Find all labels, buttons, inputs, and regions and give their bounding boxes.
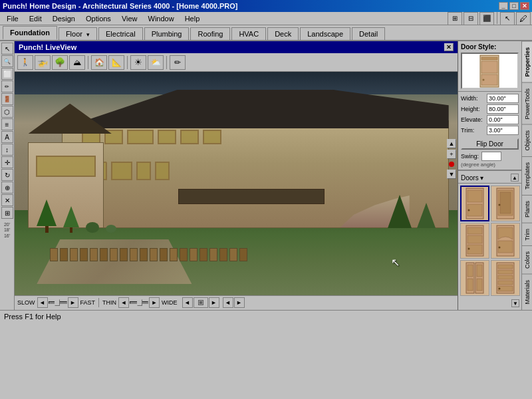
- nav-btn-center[interactable]: [194, 297, 208, 308]
- left-wing-window: [36, 156, 96, 177]
- speed-right-btn[interactable]: ►: [68, 297, 78, 308]
- svg-rect-28: [498, 265, 513, 269]
- minimize-button[interactable]: _: [499, 2, 508, 10]
- door-item-3[interactable]: [460, 223, 489, 259]
- measure-tool[interactable]: ↕: [1, 144, 13, 156]
- pointer-btn[interactable]: ↖: [500, 12, 515, 25]
- door-tool[interactable]: 🚪: [1, 93, 13, 105]
- vtab-powertools[interactable]: PowerTools: [522, 82, 532, 125]
- door-item-2[interactable]: [491, 186, 520, 221]
- vtab-materials[interactable]: Materials: [522, 274, 532, 310]
- nav-down[interactable]: ▼: [447, 170, 456, 179]
- rotate-tool[interactable]: ↻: [1, 169, 13, 181]
- window-tool[interactable]: ⬡: [1, 106, 13, 118]
- close-button[interactable]: ✕: [520, 2, 529, 10]
- view-prev-btn[interactable]: ◄: [223, 297, 233, 308]
- tab-foundation[interactable]: Foundation: [3, 26, 57, 40]
- width-right-btn[interactable]: ►: [149, 297, 160, 308]
- width-left-btn[interactable]: ◄: [118, 297, 129, 308]
- tab-electrical[interactable]: Electrical: [98, 27, 143, 40]
- tab-floor[interactable]: Floor ▾: [59, 27, 97, 40]
- vtab-templates[interactable]: Templates: [522, 156, 532, 195]
- speed-slider-track[interactable]: [49, 301, 67, 304]
- trim-input[interactable]: [487, 126, 519, 135]
- grid-tool[interactable]: ⊞: [1, 207, 13, 219]
- planter: [80, 248, 88, 261]
- vtab-properties[interactable]: Properties: [522, 41, 532, 82]
- tab-landscape[interactable]: Landscape: [300, 27, 350, 40]
- swing-row: Swing:: [461, 152, 519, 161]
- nav-plus[interactable]: +: [447, 150, 456, 159]
- doors-scroll-down[interactable]: ▼: [511, 299, 519, 307]
- liveview-close-btn[interactable]: ✕: [444, 43, 454, 51]
- width-input[interactable]: [487, 94, 519, 103]
- 3d-btn[interactable]: ⬛: [479, 12, 494, 25]
- view-next-btn[interactable]: ►: [234, 297, 245, 308]
- elevate-input[interactable]: [487, 115, 519, 124]
- speed-left-btn[interactable]: ◄: [37, 297, 48, 308]
- planter: [150, 248, 158, 261]
- tab-detail[interactable]: Detail: [352, 27, 385, 40]
- lv-pencil-btn[interactable]: ✏: [170, 55, 186, 70]
- nav-btn-right[interactable]: ►: [209, 297, 219, 308]
- delete-tool[interactable]: ✕: [1, 194, 13, 206]
- lv-drafting-btn[interactable]: 📐: [108, 55, 124, 70]
- main-content: ↖ 🔍 ⬜ ✏ 🚪 ⬡ ≡ A ↕ ✛ ↻ ⊕ ✕ ⊞ 20'18'16' Pu…: [0, 41, 532, 310]
- door-item-5[interactable]: [460, 260, 489, 296]
- wall-tool[interactable]: ⬜: [1, 68, 13, 80]
- vtab-trim[interactable]: Trim: [522, 223, 532, 246]
- speed-slider-thumb[interactable]: [55, 299, 60, 306]
- zoom-tool[interactable]: 🔍: [1, 55, 13, 67]
- lv-fly-btn[interactable]: 🚁: [35, 55, 51, 70]
- doors-scroll-up[interactable]: ▲: [511, 174, 519, 182]
- lv-tree-btn[interactable]: 🌳: [52, 55, 68, 70]
- paint-btn[interactable]: 🖊: [516, 12, 531, 25]
- text-tool[interactable]: A: [1, 131, 13, 143]
- flip-door-btn[interactable]: Flip Door: [461, 138, 519, 150]
- layout-btn[interactable]: ⊟: [464, 12, 478, 25]
- liveview-header: Punch! LiveView ✕: [15, 41, 458, 53]
- menu-edit[interactable]: Edit: [24, 13, 47, 24]
- liveview-bottom: SLOW ◄ ► FAST THIN ◄ ► WIDE: [15, 295, 458, 310]
- doors-header[interactable]: Doors ▾ ▲: [458, 172, 521, 184]
- menu-help[interactable]: Help: [180, 13, 205, 24]
- doors-section: Doors ▾ ▲: [458, 170, 521, 309]
- draw-tool[interactable]: ✏: [1, 80, 13, 92]
- tab-deck[interactable]: Deck: [267, 27, 299, 40]
- lv-walk-btn[interactable]: 🚶: [17, 55, 33, 70]
- planter: [170, 248, 178, 261]
- door-item-6[interactable]: [491, 260, 520, 296]
- stair-tool[interactable]: ≡: [1, 118, 13, 130]
- lv-house-btn[interactable]: 🏠: [91, 55, 107, 70]
- door-item-1[interactable]: [460, 186, 489, 221]
- vtab-colors[interactable]: Colors: [522, 245, 532, 274]
- tab-hvac[interactable]: HVAC: [231, 27, 266, 40]
- lv-clouds-btn[interactable]: ⛅: [148, 55, 164, 70]
- lv-sun-btn[interactable]: ☀: [130, 55, 146, 70]
- menu-window[interactable]: Window: [143, 13, 180, 24]
- select-tool[interactable]: ↖: [1, 43, 13, 55]
- menu-options[interactable]: Options: [80, 13, 116, 24]
- tab-plumbing[interactable]: Plumbing: [144, 27, 190, 40]
- 3d-view-canvas[interactable]: ↖ ▲ + ▼: [15, 72, 458, 295]
- menu-file[interactable]: File: [1, 13, 24, 24]
- thin-label: THIN: [102, 299, 116, 306]
- grid-view-btn[interactable]: ⊞: [448, 12, 462, 25]
- height-input[interactable]: [487, 104, 519, 114]
- maximize-button[interactable]: □: [509, 2, 519, 10]
- door-item-4[interactable]: [491, 223, 520, 259]
- menu-view[interactable]: View: [116, 13, 143, 24]
- move-tool[interactable]: ✛: [1, 156, 13, 168]
- copy-tool[interactable]: ⊕: [1, 182, 13, 194]
- width-slider-thumb[interactable]: [137, 299, 142, 306]
- doors-section-label: Doors ▾: [461, 174, 483, 182]
- vtab-plants[interactable]: Plants: [522, 195, 532, 223]
- vtab-objects[interactable]: Objects: [522, 124, 532, 156]
- tab-roofing[interactable]: Roofing: [190, 27, 230, 40]
- lv-terrain-btn[interactable]: ⛰: [69, 55, 85, 70]
- width-slider-track[interactable]: [130, 301, 148, 304]
- swing-input[interactable]: [481, 152, 501, 161]
- menu-design[interactable]: Design: [47, 13, 80, 24]
- nav-btn-left[interactable]: ◄: [182, 297, 193, 308]
- nav-up[interactable]: ▲: [447, 139, 456, 148]
